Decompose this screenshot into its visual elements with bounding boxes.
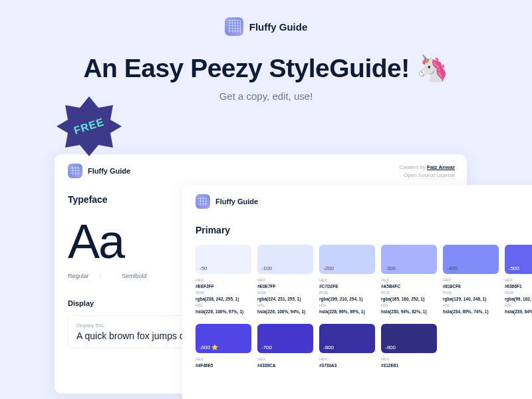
swatch-info: HEX#3730A3 [319, 356, 375, 369]
hero-title: An Easy Peezy StyleGuide! 🦄 [0, 53, 532, 84]
color-swatch: -500 HEX#6366F1 RGBrgba(99, 102, 241, 1)… [505, 245, 532, 315]
swatch-info: HEX#6366F1 RGBrgba(99, 102, 241, 1)HSLhs… [505, 277, 532, 315]
color-swatch: -50 HEX#EEF2FF RGBrgba(238, 242, 255, 1)… [196, 245, 251, 315]
primary-colors-card: Fluffy Guide CO Primary -50 HEX#EEF2FF R… [182, 185, 532, 399]
swatch-chip: -700 [257, 324, 313, 353]
logo-icon [225, 17, 243, 36]
swatch-chip: -900 [381, 324, 437, 353]
swatch-row-1: -50 HEX#EEF2FF RGBrgba(238, 242, 255, 1)… [196, 245, 532, 315]
swatch-info: HEX#4F46E5 [196, 356, 251, 369]
swatch-chip: -800 [319, 324, 375, 353]
swatch-info: HEX#312E81 [381, 356, 437, 369]
swatch-chip: -400 [443, 245, 499, 274]
swatch-info: HEX#A5B4FC RGBrgba(165, 180, 252, 1)HSLh… [381, 277, 437, 315]
header: Fluffy Guide [0, 0, 532, 36]
card-brand: Fluffy Guide [88, 167, 130, 175]
color-swatch: -800 HEX#3730A3 [319, 324, 375, 369]
color-swatch: -400 HEX#818CF8 RGBrgba(129, 140, 248, 1… [443, 245, 499, 315]
swatch-info: HEX#818CF8 RGBrgba(129, 140, 248, 1)HSLh… [443, 277, 499, 315]
card-header: Fluffy Guide [68, 164, 454, 178]
swatch-chip: -500 [505, 245, 532, 274]
swatch-info: HEX#EEF2FF RGBrgba(238, 242, 255, 1)HSLh… [196, 277, 251, 315]
color-swatch: -600 ⭐ HEX#4F46E5 [196, 324, 251, 369]
swatch-info: HEX#E0E7FF RGBrgba(224, 231, 255, 1)HSLh… [257, 277, 313, 315]
color-swatch: -200 HEX#C7D2FE RGBrgba(199, 210, 254, 1… [319, 245, 375, 315]
card-brand: Fluffy Guide [215, 198, 258, 205]
swatch-info: HEX#C7D2FE RGBrgba(199, 210, 254, 1)HSLh… [319, 277, 375, 315]
swatch-chip: -50 [196, 245, 251, 274]
color-swatch: -900 HEX#312E81 [381, 324, 437, 369]
author-link[interactable]: Faiz Anwar [427, 164, 455, 170]
section-primary: Primary [196, 225, 532, 235]
color-swatch: -300 HEX#A5B4FC RGBrgba(165, 180, 252, 1… [381, 245, 437, 315]
swatch-chip: -100 [257, 245, 313, 274]
logo-icon [68, 164, 82, 178]
swatch-chip: -600 ⭐ [196, 324, 251, 353]
brand-name: Fluffy Guide [249, 21, 308, 33]
color-swatch: -700 HEX#4338CA [257, 324, 313, 369]
card-meta: Created by Faiz Anwar Open Source Licens… [400, 164, 455, 180]
swatch-row-2: -600 ⭐ HEX#4F46E5 -700 HEX#4338CA -800 H… [196, 324, 532, 369]
color-swatch: -100 HEX#E0E7FF RGBrgba(224, 231, 255, 1… [257, 245, 313, 315]
card-header: Fluffy Guide [196, 194, 532, 209]
logo-icon [196, 194, 210, 209]
free-badge: FREE [56, 93, 122, 160]
swatch-info: HEX#4338CA [257, 356, 313, 369]
swatch-chip: -200 [319, 245, 375, 274]
swatch-chip: -300 [381, 245, 437, 274]
